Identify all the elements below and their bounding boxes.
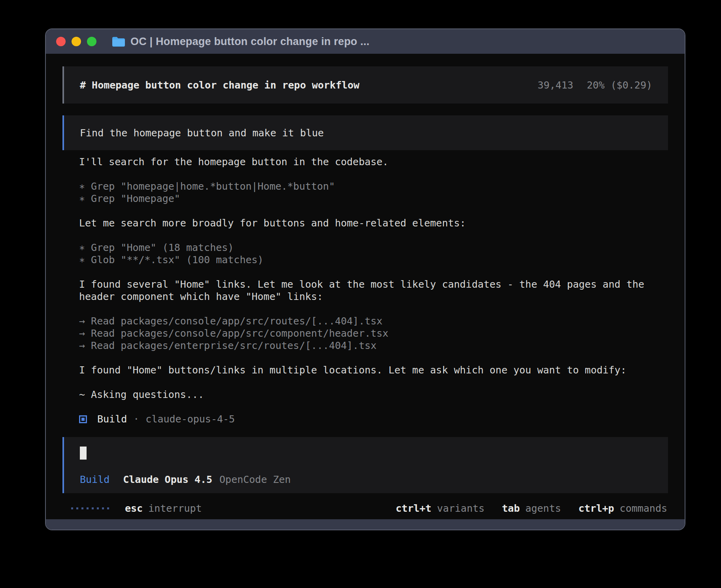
tool-call-glob: ∗ Glob "**/*.tsx" (100 matches) xyxy=(79,254,668,266)
variants-label: variants xyxy=(437,503,484,514)
tool-call-read: → Read packages/enterprise/src/routes/[.… xyxy=(79,339,668,352)
agent-mode-label[interactable]: Build xyxy=(80,474,109,485)
agent-model: claude-opus-4-5 xyxy=(145,413,235,425)
esc-key: esc xyxy=(125,503,143,514)
provider-label: OpenCode Zen xyxy=(219,474,291,485)
assistant-message: I found "Home" buttons/links in multiple… xyxy=(79,364,668,376)
tui-content: # Homepage button color change in repo w… xyxy=(46,54,685,519)
tool-call-grep: ∗ Grep "Homepage" xyxy=(79,192,668,205)
window-title: OC | Homepage button color change in rep… xyxy=(130,36,370,48)
esc-label: interrupt xyxy=(148,503,202,514)
text-cursor xyxy=(80,447,87,460)
window-bottom-strip xyxy=(46,519,685,530)
ctrl-t-key: ctrl+t xyxy=(396,503,431,514)
folder-icon xyxy=(111,36,125,47)
tab-key: tab xyxy=(502,503,520,514)
model-label[interactable]: Claude Opus 4.5 xyxy=(123,474,212,485)
agent-status-row: Build · claude-opus-4-5 xyxy=(79,413,668,425)
token-count: 39,413 xyxy=(538,79,573,91)
agent-build-icon xyxy=(79,415,87,423)
session-title: # Homepage button color change in repo w… xyxy=(80,79,359,91)
minimize-button[interactable] xyxy=(72,37,81,46)
status-bar: esc interrupt ctrl+t variants tab agents… xyxy=(62,497,668,519)
status-bar-left: esc interrupt xyxy=(62,503,202,514)
tool-call-grep: ∗ Grep "Home" (18 matches) xyxy=(79,241,668,254)
esc-interrupt-hint: esc interrupt xyxy=(125,503,202,514)
input-status-row: Build Claude Opus 4.5 OpenCode Zen xyxy=(80,474,652,485)
session-header: # Homepage button color change in repo w… xyxy=(62,66,668,104)
ctrl-p-key: ctrl+p xyxy=(578,503,614,514)
working-spinner-dots xyxy=(71,507,109,509)
tool-call-read: → Read packages/console/app/src/componen… xyxy=(79,327,668,339)
separator-dot: · xyxy=(133,413,139,425)
commands-label: commands xyxy=(620,503,667,514)
close-button[interactable] xyxy=(56,37,66,46)
agents-label: agents xyxy=(525,503,561,514)
prompt-input[interactable]: Build Claude Opus 4.5 OpenCode Zen xyxy=(62,437,668,493)
context-cost: 20% ($0.29) xyxy=(587,79,652,91)
user-message-text: Find the homepage button and make it blu… xyxy=(80,127,324,139)
status-bar-right: ctrl+t variants tab agents ctrl+p comman… xyxy=(396,503,668,514)
agents-hint: tab agents xyxy=(502,503,561,514)
titlebar: OC | Homepage button color change in rep… xyxy=(46,29,685,54)
tool-call-read: → Read packages/console/app/src/routes/[… xyxy=(79,315,668,327)
zoom-button[interactable] xyxy=(87,37,96,46)
assistant-message: header component which have "Home" links… xyxy=(79,290,668,303)
assistant-message: Let me search more broadly for buttons a… xyxy=(79,217,668,229)
traffic-lights xyxy=(56,37,96,46)
asking-questions-status: ~ Asking questions... xyxy=(79,388,668,401)
terminal-window: OC | Homepage button color change in rep… xyxy=(45,28,685,530)
tool-call-grep: ∗ Grep "homepage|home.*button|Home.*butt… xyxy=(79,180,668,192)
assistant-message: I found several "Home" links. Let me loo… xyxy=(79,278,668,290)
variants-hint: ctrl+t variants xyxy=(396,503,485,514)
agent-name: Build xyxy=(97,413,127,425)
transcript: I'll search for the homepage button in t… xyxy=(62,156,668,425)
assistant-message: I'll search for the homepage button in t… xyxy=(79,156,668,168)
session-stats: 39,413 20% ($0.29) xyxy=(538,79,652,91)
user-message: Find the homepage button and make it blu… xyxy=(62,115,668,150)
commands-hint: ctrl+p commands xyxy=(578,503,667,514)
